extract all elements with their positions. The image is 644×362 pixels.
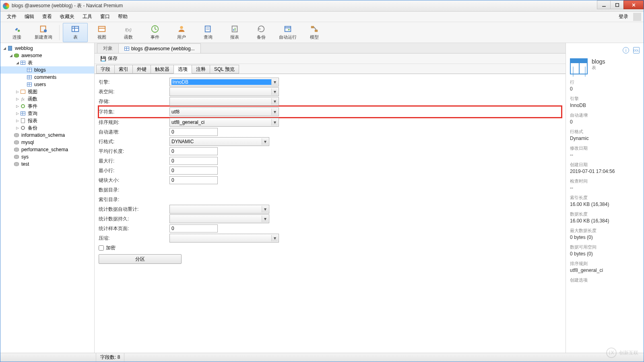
info-item: 检查时间-- [570,178,640,191]
tree-table-blogs[interactable]: blogs [0,66,94,74]
tab-table-editor[interactable]: blogs @awesome (webblog... [118,43,201,53]
label-stats-sample-pages: 统计样本页面: [99,225,169,232]
combo-storage[interactable]: ▾ [169,97,279,106]
input-stats-sample-pages[interactable] [169,224,218,232]
combo-tablespace[interactable]: ▾ [169,87,279,96]
combo-stats-persistent[interactable]: ▾ [169,214,269,223]
chevron-down-icon: ▾ [271,109,278,115]
menu-tools[interactable]: 工具 [78,12,96,22]
menu-help[interactable]: 帮助 [114,12,132,22]
login-link[interactable]: 登录 [616,13,631,20]
info-item: 引擎InnoDB [570,96,640,108]
toolbar-user[interactable]: 用户 [169,23,194,42]
chevron-down-icon: ▾ [271,119,278,125]
toolbar-view[interactable]: 视图 [89,23,114,42]
combo-charset[interactable]: utf8▾ [169,107,279,116]
subtab-6[interactable]: SQL 预览 [210,65,239,74]
svg-rect-21 [233,29,234,31]
input-max-rows[interactable] [169,157,218,165]
tree-db-information_schema[interactable]: information_schema [0,132,94,139]
tree-db-mysql[interactable]: mysql [0,139,94,146]
tree-connection[interactable]: ◢webblog [0,45,94,52]
tree-table-comments[interactable]: comments [0,74,94,81]
tree-node-0[interactable]: ▷视图 [0,88,94,95]
info-icon[interactable]: i [623,47,629,53]
label-data-directory: 数据目录: [99,187,169,193]
menu-favorites[interactable]: 收藏夹 [56,12,78,22]
tree-db-performance_schema[interactable]: performance_schema [0,146,94,153]
info-item: 数据长度16.00 KB (16,384) [570,211,640,224]
label-auto-increment: 自动递增: [99,129,169,136]
tab-objects[interactable]: 对象 [97,43,119,53]
table-icon [124,47,129,51]
input-min-rows[interactable] [169,167,218,175]
tree-db-test[interactable]: test [0,160,94,168]
save-button[interactable]: 💾保存 [97,54,121,63]
tree-node-2[interactable]: ▷事件 [0,103,94,110]
subtab-4[interactable]: 选项 [173,65,192,74]
query-icon [204,25,213,33]
label-min-rows: 最小行: [99,167,169,174]
label-charset: 字符集: [99,109,169,115]
menu-file[interactable]: 文件 [3,12,21,22]
maximize-button[interactable] [610,0,624,9]
svg-line-28 [314,27,316,29]
titlebar: blogs @awesome (webblog) - 表 - Navicat P… [0,0,644,12]
menu-window[interactable]: 窗口 [96,12,114,22]
label-collation: 排序规则: [99,119,169,126]
input-avg-row-length[interactable] [169,147,218,155]
close-button[interactable] [623,0,644,9]
tree-node-3[interactable]: ▷查询 [0,110,94,117]
combo-stats-auto-recalc[interactable]: ▾ [169,205,269,214]
toolbar-table[interactable]: 表 [63,23,88,42]
info-item: 行格式Dynamic [570,129,640,141]
ddl-icon[interactable]: DDL [633,47,640,53]
subtab-3[interactable]: 触发器 [151,65,174,74]
watermark: ⟨X创新互联 [606,348,638,358]
tree-node-4[interactable]: ▷报表 [0,117,94,124]
toolbar-new-query[interactable]: 新建查询 [31,23,56,42]
status-bar: 字段数: 8 [0,353,644,362]
tree-node-5[interactable]: ▷备份 [0,124,94,132]
toolbar-plug[interactable]: 连接 [4,23,29,42]
chevron-down-icon: ▾ [262,206,268,212]
toolbar-event[interactable]: 事件 [142,23,167,42]
toolbar-report[interactable]: 报表 [222,23,247,42]
chevron-down-icon: ▾ [271,79,278,85]
tree-node-1[interactable]: ▷fx函数 [0,95,94,103]
toolbar-query[interactable]: 查询 [196,23,221,42]
subtab-0[interactable]: 字段 [96,65,115,74]
subtab-1[interactable]: 索引 [114,65,133,74]
input-auto-increment[interactable] [169,128,218,136]
subtab-2[interactable]: 外键 [132,65,151,74]
toolbar-function[interactable]: f(x)函数 [116,23,141,42]
toolbar-backup[interactable]: 备份 [249,23,274,42]
combo-engine[interactable]: InnoDB▾ [169,78,279,86]
partition-button[interactable]: 分区 [99,254,182,264]
tree-tables-folder[interactable]: ◢表 [0,59,94,66]
toolbar-schedule[interactable]: 自动运行 [275,23,300,42]
svg-rect-17 [205,26,211,32]
label-max-rows: 最大行: [99,158,169,165]
subtab-5[interactable]: 注释 [192,65,210,74]
minimize-button[interactable] [597,0,611,9]
tree-table-users[interactable]: users [0,81,94,88]
menu-edit[interactable]: 编辑 [21,12,38,22]
combo-compression[interactable]: ▾ [169,234,279,243]
checkbox-encryption[interactable]: 加密 [99,245,116,251]
combo-row-format[interactable]: DYNAMIC▾ [169,137,269,146]
connection-tree[interactable]: ◢webblog◢awesome◢表blogscommentsusers▷视图▷… [0,43,95,353]
tree-database[interactable]: ◢awesome [0,52,94,59]
model-icon [310,25,319,33]
chevron-down-icon: ▾ [271,98,278,105]
menu-view[interactable]: 查看 [38,12,56,22]
combo-collation[interactable]: utf8_general_ci▾ [169,118,279,127]
toolbar-model[interactable]: 模型 [302,23,327,42]
avatar-icon[interactable] [633,13,641,21]
table-icon [71,25,80,33]
input-key-block-size[interactable] [169,176,218,184]
tree-db-sys[interactable]: sys [0,153,94,160]
chevron-down-icon: ▾ [262,138,268,145]
info-item: 创建日期2019-07-01 17:04:56 [570,162,640,174]
table-subtabs: 字段索引外键触发器选项注释SQL 预览 [95,64,566,74]
